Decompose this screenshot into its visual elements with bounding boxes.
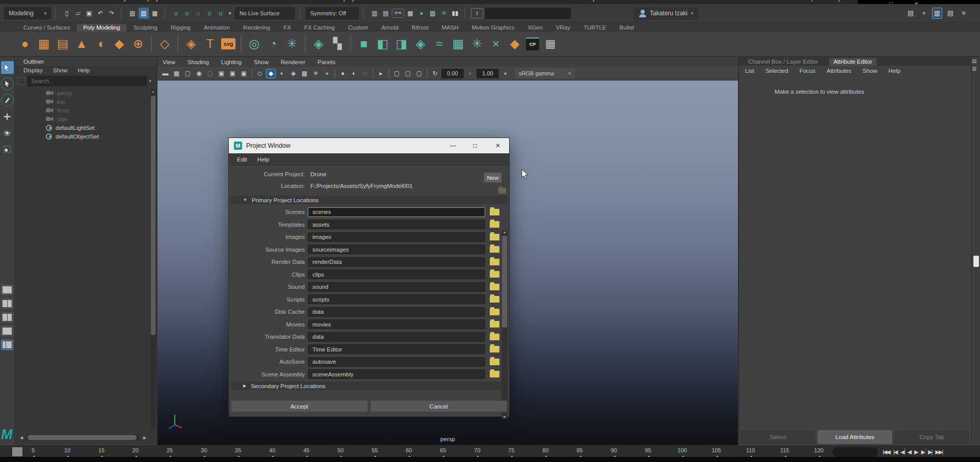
svg-tool-icon[interactable]: svg [221, 38, 235, 49]
timeline-tick-30[interactable]: 30 [196, 446, 211, 457]
curve-pencil-icon[interactable]: ◈ [311, 36, 326, 51]
shelf-tab-animation[interactable]: Animation [198, 24, 236, 32]
shape-u-right-icon[interactable]: ◨ [394, 36, 409, 51]
browse-folder-icon[interactable] [490, 346, 499, 352]
ae-menu-list[interactable]: List [745, 68, 754, 74]
app-menu-mesh-tools[interactable]: Mesh Tools [274, 0, 306, 2]
poly-cylinder-icon[interactable]: ▤ [55, 36, 70, 51]
select-hierarchy-icon[interactable]: ▧ [127, 8, 138, 19]
xray-joints-icon[interactable]: ◐ [349, 69, 359, 78]
attribute-editor-icon[interactable]: ▥ [932, 8, 942, 19]
browse-folder-icon[interactable] [490, 309, 499, 315]
timeline-tick-85[interactable]: 85 [572, 446, 588, 457]
clips-input[interactable] [308, 269, 485, 279]
time-slider[interactable]: 5101520253035404550556065707580859095100… [0, 446, 980, 457]
step-back-key-icon[interactable]: ◀i [899, 449, 905, 455]
exposure-icon[interactable]: ↻ [430, 69, 440, 78]
timeline-tick-20[interactable]: 20 [128, 446, 143, 457]
render-view-icon[interactable]: ▥ [369, 8, 380, 19]
rotate-tool[interactable] [1, 126, 14, 139]
source-images-input[interactable] [308, 244, 485, 254]
select-button[interactable]: Select [741, 430, 815, 444]
live-surface-field[interactable]: No Live Surface [235, 7, 295, 19]
snap-point-icon[interactable]: ∩ [193, 8, 203, 19]
divider[interactable] [299, 8, 302, 19]
browse-folder-icon[interactable] [490, 284, 499, 290]
poly-cone-icon[interactable]: ▲ [74, 36, 89, 51]
quad-draw-icon[interactable]: ▚ [330, 36, 345, 51]
new-project-button[interactable]: New [484, 172, 502, 183]
uv-window-icon[interactable]: ▦ [451, 36, 466, 51]
dialog-scrollbar[interactable]: ▲ ▼ [501, 230, 508, 419]
menu-set-selector[interactable]: Modeling ▾ [4, 7, 51, 19]
timeline-tick-50[interactable]: 50 [333, 446, 348, 457]
separate-layers-icon[interactable]: ▢ [392, 69, 402, 78]
timeline-tick-90[interactable]: 90 [606, 446, 622, 457]
play-forwards-icon[interactable]: ▶ [913, 449, 918, 455]
poly-torus-icon[interactable]: ◖ [93, 36, 108, 51]
safe-title-icon[interactable]: ▣ [228, 69, 237, 78]
viewport-menu-renderer[interactable]: Renderer [281, 59, 305, 65]
browse-folder-icon[interactable] [490, 234, 499, 240]
app-menu-mesh-display[interactable]: Mesh Display [317, 0, 355, 2]
shelf-tab-fx-caching[interactable]: FX Caching [298, 24, 341, 32]
app-menu-generate[interactable]: Generate [486, 0, 513, 2]
accept-button[interactable]: Accept [231, 400, 368, 412]
browse-folder-icon[interactable] [490, 321, 499, 328]
poly-sphere-icon[interactable]: ● [17, 36, 33, 51]
timeline-tick-95[interactable]: 95 [641, 446, 656, 457]
app-menu-uv[interactable]: UV [466, 0, 475, 2]
tool-settings-icon[interactable]: ▤ [945, 8, 956, 19]
snap-object-icon[interactable]: ∪ [216, 8, 226, 19]
ipr-render-icon[interactable]: IPR [392, 9, 404, 18]
viewport-menu-panels[interactable]: Panels [317, 59, 335, 65]
shelf-tab-fx[interactable]: FX [277, 24, 297, 32]
shelf-tab-rendering[interactable]: Rendering [237, 24, 276, 32]
browse-folder-icon[interactable] [490, 371, 499, 377]
timeline-tick-100[interactable]: 100 [675, 446, 690, 457]
textured-icon[interactable]: ◐ [277, 69, 287, 78]
scrollbar-thumb[interactable] [502, 236, 507, 328]
divider[interactable] [164, 8, 167, 19]
close-icon[interactable]: ✕ [488, 138, 508, 153]
outliner-item-persp[interactable]: persp [15, 89, 150, 97]
app-menu-arnold[interactable]: Arnold [553, 0, 572, 2]
dialog-titlebar[interactable]: M Project Window — □ ✕ [229, 138, 509, 153]
sound-input[interactable] [308, 282, 485, 292]
timeline-tick-115[interactable]: 115 [777, 446, 792, 457]
divider[interactable] [464, 8, 467, 19]
script-editor-icon[interactable]: I [471, 8, 483, 18]
layout-two-pane-stacked-button[interactable] [1, 326, 13, 336]
shelf-tab-poly-modeling[interactable]: Poly Modeling [77, 24, 126, 32]
open-scene-icon[interactable]: ▱ [73, 8, 83, 19]
shape-u-left-icon[interactable]: ◧ [375, 36, 390, 51]
outliner-search-input[interactable] [28, 76, 147, 86]
select-tool[interactable] [1, 61, 14, 74]
browse-folder-icon[interactable] [490, 359, 499, 365]
translator-data-input[interactable] [308, 332, 485, 342]
app-menu-edit-mesh[interactable]: Edit Mesh [234, 0, 262, 2]
ae-menu-focus[interactable]: Focus [800, 68, 815, 74]
scale-tool[interactable] [1, 143, 14, 155]
timeline-tick-55[interactable]: 55 [367, 446, 382, 457]
sculpt-tool-icon[interactable]: ◎ [247, 36, 262, 51]
panel-grip-handle[interactable] [973, 256, 979, 267]
shelf-tab-turtle[interactable]: TURTLE [577, 24, 613, 32]
divider[interactable] [121, 8, 123, 19]
character-controls-icon[interactable]: + [919, 8, 929, 19]
scrollbar-thumb[interactable] [28, 435, 137, 440]
app-menu-help[interactable]: Help [583, 0, 596, 2]
browse-location-folder-icon[interactable] [498, 188, 506, 194]
browse-folder-icon[interactable] [490, 246, 499, 253]
ae-menu-selected[interactable]: Selected [765, 68, 788, 74]
dialog-menu-help[interactable]: Help [257, 156, 270, 162]
poly-plane-icon[interactable]: ◆ [112, 36, 127, 51]
viewport-menu-shading[interactable]: Shading [188, 59, 209, 65]
scroll-down-icon[interactable]: ▼ [501, 415, 508, 419]
light-editor-icon[interactable]: ✳ [439, 8, 449, 19]
grid-toggle-icon[interactable]: ▦ [172, 69, 181, 78]
render-data-input[interactable] [308, 257, 485, 267]
divider[interactable] [55, 8, 58, 19]
outliner-item-defaultObjectSet[interactable]: defaultObjectSet [15, 132, 150, 141]
browse-folder-icon[interactable] [490, 271, 499, 278]
